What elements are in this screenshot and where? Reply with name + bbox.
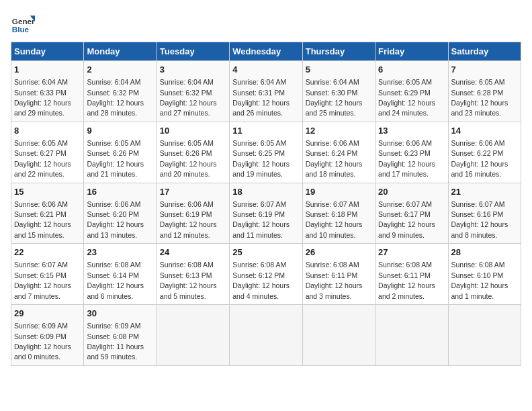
calendar-cell: 18 Sunrise: 6:07 AMSunset: 6:19 PMDaylig…: [230, 183, 302, 244]
day-number: 24: [160, 246, 226, 259]
calendar-cell: 12 Sunrise: 6:06 AMSunset: 6:24 PMDaylig…: [302, 122, 375, 183]
day-number: 20: [378, 186, 445, 198]
calendar-cell: 6 Sunrise: 6:05 AMSunset: 6:29 PMDayligh…: [375, 61, 448, 122]
day-number: 16: [87, 186, 153, 198]
day-info: Sunrise: 6:08 AMSunset: 6:10 PMDaylight:…: [451, 261, 508, 300]
calendar-cell: 20 Sunrise: 6:07 AMSunset: 6:17 PMDaylig…: [375, 183, 448, 244]
day-number: 12: [306, 125, 372, 137]
weekday-header-sunday: Sunday: [11, 42, 84, 61]
calendar-week-row: 8 Sunrise: 6:05 AMSunset: 6:27 PMDayligh…: [11, 122, 521, 183]
day-info: Sunrise: 6:09 AMSunset: 6:09 PMDaylight:…: [14, 322, 71, 361]
day-number: 13: [378, 125, 445, 137]
day-number: 1: [14, 64, 81, 76]
day-info: Sunrise: 6:08 AMSunset: 6:12 PMDaylight:…: [232, 261, 290, 300]
day-number: 29: [14, 308, 81, 320]
day-number: 5: [306, 64, 372, 76]
weekday-header-tuesday: Tuesday: [157, 42, 229, 61]
calendar-cell: [375, 305, 448, 366]
day-number: 25: [232, 246, 299, 259]
calendar-cell: 19 Sunrise: 6:07 AMSunset: 6:18 PMDaylig…: [302, 183, 375, 244]
day-number: 26: [306, 246, 372, 259]
day-info: Sunrise: 6:06 AMSunset: 6:19 PMDaylight:…: [160, 200, 217, 239]
day-info: Sunrise: 6:08 AMSunset: 6:11 PMDaylight:…: [378, 261, 435, 300]
day-info: Sunrise: 6:08 AMSunset: 6:13 PMDaylight:…: [160, 261, 217, 300]
day-number: 23: [87, 246, 153, 259]
day-info: Sunrise: 6:08 AMSunset: 6:11 PMDaylight:…: [306, 261, 363, 300]
calendar-cell: 28 Sunrise: 6:08 AMSunset: 6:10 PMDaylig…: [448, 244, 521, 305]
day-number: 11: [232, 125, 299, 137]
day-info: Sunrise: 6:08 AMSunset: 6:14 PMDaylight:…: [87, 261, 144, 300]
day-number: 21: [451, 186, 518, 198]
weekday-header-friday: Friday: [375, 42, 448, 61]
day-number: 17: [160, 186, 226, 198]
calendar-cell: 22 Sunrise: 6:07 AMSunset: 6:15 PMDaylig…: [11, 244, 84, 305]
calendar-cell: 30 Sunrise: 6:09 AMSunset: 6:08 PMDaylig…: [84, 305, 157, 366]
day-info: Sunrise: 6:04 AMSunset: 6:33 PMDaylight:…: [14, 78, 71, 117]
day-info: Sunrise: 6:06 AMSunset: 6:23 PMDaylight:…: [378, 139, 435, 178]
calendar-week-row: 1 Sunrise: 6:04 AMSunset: 6:33 PMDayligh…: [11, 61, 521, 122]
calendar-cell: 11 Sunrise: 6:05 AMSunset: 6:25 PMDaylig…: [230, 122, 302, 183]
calendar-cell: 26 Sunrise: 6:08 AMSunset: 6:11 PMDaylig…: [302, 244, 375, 305]
day-number: 10: [160, 125, 226, 137]
calendar-cell: 29 Sunrise: 6:09 AMSunset: 6:09 PMDaylig…: [11, 305, 84, 366]
day-info: Sunrise: 6:07 AMSunset: 6:17 PMDaylight:…: [378, 200, 435, 239]
svg-text:Blue: Blue: [12, 25, 30, 34]
day-info: Sunrise: 6:04 AMSunset: 6:31 PMDaylight:…: [232, 78, 290, 117]
day-info: Sunrise: 6:05 AMSunset: 6:26 PMDaylight:…: [87, 139, 144, 178]
day-number: 19: [306, 186, 372, 198]
calendar-cell: 15 Sunrise: 6:06 AMSunset: 6:21 PMDaylig…: [11, 183, 84, 244]
day-info: Sunrise: 6:05 AMSunset: 6:28 PMDaylight:…: [451, 78, 508, 117]
calendar-cell: 13 Sunrise: 6:06 AMSunset: 6:23 PMDaylig…: [375, 122, 448, 183]
calendar-cell: 7 Sunrise: 6:05 AMSunset: 6:28 PMDayligh…: [448, 61, 521, 122]
calendar-cell: 14 Sunrise: 6:06 AMSunset: 6:22 PMDaylig…: [448, 122, 521, 183]
calendar-cell: 27 Sunrise: 6:08 AMSunset: 6:11 PMDaylig…: [375, 244, 448, 305]
calendar-cell: 1 Sunrise: 6:04 AMSunset: 6:33 PMDayligh…: [11, 61, 84, 122]
day-number: 15: [14, 186, 81, 198]
calendar-cell: 17 Sunrise: 6:06 AMSunset: 6:19 PMDaylig…: [157, 183, 229, 244]
day-info: Sunrise: 6:07 AMSunset: 6:18 PMDaylight:…: [306, 200, 363, 239]
calendar-cell: 16 Sunrise: 6:06 AMSunset: 6:20 PMDaylig…: [84, 183, 157, 244]
calendar-cell: 8 Sunrise: 6:05 AMSunset: 6:27 PMDayligh…: [11, 122, 84, 183]
calendar-cell: 2 Sunrise: 6:04 AMSunset: 6:32 PMDayligh…: [84, 61, 157, 122]
day-info: Sunrise: 6:06 AMSunset: 6:20 PMDaylight:…: [87, 200, 144, 239]
day-number: 30: [87, 308, 153, 320]
day-info: Sunrise: 6:09 AMSunset: 6:08 PMDaylight:…: [87, 322, 144, 361]
day-info: Sunrise: 6:04 AMSunset: 6:32 PMDaylight:…: [87, 78, 144, 117]
weekday-header-wednesday: Wednesday: [230, 42, 302, 61]
day-number: 9: [87, 125, 153, 137]
day-number: 3: [160, 64, 226, 76]
day-number: 28: [451, 246, 518, 259]
day-info: Sunrise: 6:07 AMSunset: 6:15 PMDaylight:…: [14, 261, 71, 300]
calendar-table: SundayMondayTuesdayWednesdayThursdayFrid…: [11, 42, 521, 366]
day-info: Sunrise: 6:05 AMSunset: 6:27 PMDaylight:…: [14, 139, 71, 178]
weekday-header-monday: Monday: [84, 42, 157, 61]
calendar-cell: 10 Sunrise: 6:05 AMSunset: 6:26 PMDaylig…: [157, 122, 229, 183]
calendar-cell: 24 Sunrise: 6:08 AMSunset: 6:13 PMDaylig…: [157, 244, 229, 305]
day-info: Sunrise: 6:06 AMSunset: 6:21 PMDaylight:…: [14, 200, 71, 239]
day-info: Sunrise: 6:05 AMSunset: 6:25 PMDaylight:…: [232, 139, 290, 178]
day-info: Sunrise: 6:06 AMSunset: 6:22 PMDaylight:…: [451, 139, 508, 178]
calendar-cell: 3 Sunrise: 6:04 AMSunset: 6:32 PMDayligh…: [157, 61, 229, 122]
day-number: 27: [378, 246, 445, 259]
calendar-week-row: 15 Sunrise: 6:06 AMSunset: 6:21 PMDaylig…: [11, 183, 521, 244]
calendar-cell: 23 Sunrise: 6:08 AMSunset: 6:14 PMDaylig…: [84, 244, 157, 305]
day-info: Sunrise: 6:05 AMSunset: 6:29 PMDaylight:…: [378, 78, 435, 117]
day-number: 4: [232, 64, 299, 76]
day-info: Sunrise: 6:04 AMSunset: 6:32 PMDaylight:…: [160, 78, 217, 117]
calendar-cell: [302, 305, 375, 366]
calendar-cell: 5 Sunrise: 6:04 AMSunset: 6:30 PMDayligh…: [302, 61, 375, 122]
weekday-header-thursday: Thursday: [302, 42, 375, 61]
calendar-cell: 21 Sunrise: 6:07 AMSunset: 6:16 PMDaylig…: [448, 183, 521, 244]
day-number: 2: [87, 64, 153, 76]
weekday-header-saturday: Saturday: [448, 42, 521, 61]
day-info: Sunrise: 6:06 AMSunset: 6:24 PMDaylight:…: [306, 139, 363, 178]
header: General Blue: [11, 11, 521, 35]
day-number: 7: [451, 64, 518, 76]
day-number: 14: [451, 125, 518, 137]
day-info: Sunrise: 6:05 AMSunset: 6:26 PMDaylight:…: [160, 139, 217, 178]
day-number: 22: [14, 246, 81, 259]
logo: General Blue: [11, 11, 38, 35]
calendar-cell: [157, 305, 229, 366]
calendar-cell: 9 Sunrise: 6:05 AMSunset: 6:26 PMDayligh…: [84, 122, 157, 183]
day-number: 8: [14, 125, 81, 137]
